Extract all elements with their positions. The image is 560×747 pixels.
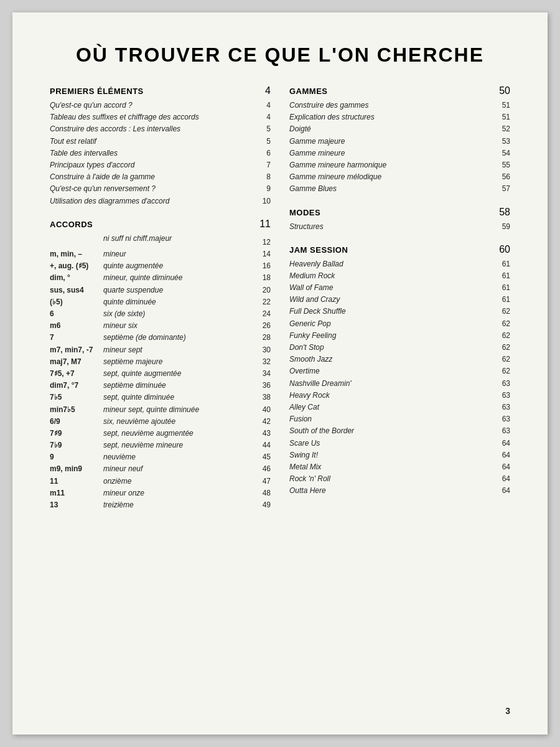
list-item: Heavenly Ballad61 bbox=[289, 258, 510, 270]
list-item: Table des intervalles6 bbox=[50, 148, 271, 159]
list-item: 9 neuvième 45 bbox=[50, 451, 271, 463]
list-item: Gamme Blues57 bbox=[289, 183, 510, 195]
list-item: (♭5) quinte diminuée 22 bbox=[50, 296, 271, 308]
jam-session-page: 60 bbox=[499, 244, 510, 255]
list-item: Alley Cat63 bbox=[289, 402, 510, 413]
list-item: Qu'est-ce qu'un accord ?4 bbox=[50, 100, 271, 111]
list-item: 6/9 six, neuvième ajoutée 42 bbox=[50, 416, 271, 428]
list-item: Smooth Jazz62 bbox=[289, 354, 510, 365]
page-title: Où trouver ce que l'on cherche bbox=[50, 44, 510, 67]
list-item: +, aug. (♯5) quinte augmentée 16 bbox=[50, 260, 271, 272]
list-item: 6 six (de sixte) 24 bbox=[50, 308, 271, 320]
list-item: Tableau des suffixes et chiffrage des ac… bbox=[50, 111, 271, 123]
page-number-footer: 3 bbox=[505, 706, 510, 716]
list-item: Overtime62 bbox=[289, 365, 510, 377]
gammes-page: 50 bbox=[499, 85, 510, 96]
list-item: Doigté52 bbox=[289, 123, 510, 135]
modes-header: MODES 58 bbox=[289, 207, 510, 220]
accords-header: ACCORDS 11 bbox=[50, 218, 271, 232]
list-item: maj7, M7 septième majeure 32 bbox=[50, 356, 271, 368]
list-item: min7♭5 mineur sept, quinte diminuée 40 bbox=[50, 404, 271, 416]
list-item: Construire des accords : Les intervalles… bbox=[50, 123, 271, 135]
list-item: m11 mineur onze 48 bbox=[50, 487, 271, 499]
premiers-elements-title: PREMIERS ÉLÉMENTS bbox=[50, 87, 144, 96]
gammes-header: GAMMES 50 bbox=[289, 85, 510, 98]
list-item: Construire à l'aide de la gamme8 bbox=[50, 171, 271, 183]
list-item: Funky Feeling62 bbox=[289, 330, 510, 342]
list-item: dim, ° mineur, quinte diminuée 18 bbox=[50, 272, 271, 284]
list-item: Rock 'n' Roll64 bbox=[289, 473, 510, 485]
list-item: Gamme mineure harmonique55 bbox=[289, 159, 510, 171]
accords-items: ni suff ni chiff.majeur 12 m, min, – min… bbox=[50, 233, 271, 512]
page: Où trouver ce que l'on cherche PREMIERS … bbox=[12, 12, 548, 735]
list-item: 7 septième (de dominante) 28 bbox=[50, 332, 271, 344]
list-item: sus, sus4 quarte suspendue 20 bbox=[50, 284, 271, 296]
premiers-elements-header: PREMIERS ÉLÉMENTS 4 bbox=[50, 85, 271, 98]
list-item: Gamme mineure54 bbox=[289, 148, 510, 159]
list-item: Medium Rock61 bbox=[289, 270, 510, 282]
list-item: South of the Border63 bbox=[289, 425, 510, 437]
list-item: Tout est relatif5 bbox=[50, 136, 271, 148]
list-item: 13 treizième 49 bbox=[50, 499, 271, 511]
list-item: Gamme mineure mélodique56 bbox=[289, 171, 510, 183]
gammes-items: Construire des gammes51 Explication des … bbox=[289, 100, 510, 195]
list-item: Explication des structures51 bbox=[289, 111, 510, 123]
list-item: Wild and Crazy61 bbox=[289, 294, 510, 306]
list-item: ni suff ni chiff.majeur 12 bbox=[50, 233, 271, 248]
list-item: Utilisation des diagrammes d'accord10 bbox=[50, 195, 271, 207]
list-item: Fusion63 bbox=[289, 413, 510, 425]
list-item: 11 onzième 47 bbox=[50, 476, 271, 487]
list-item: m7, min7, -7 mineur sept 30 bbox=[50, 344, 271, 356]
premiers-elements-page: 4 bbox=[265, 85, 271, 96]
list-item: Structures59 bbox=[289, 221, 510, 233]
list-item: Nashville Dreamin'63 bbox=[289, 378, 510, 390]
list-item: Scare Us64 bbox=[289, 438, 510, 449]
jam-session-items: Heavenly Ballad61 Medium Rock61 Wall of … bbox=[289, 258, 510, 497]
list-item: Metal Mix64 bbox=[289, 461, 510, 473]
jam-session-header: JAM SESSION 60 bbox=[289, 244, 510, 257]
list-item: 7♯5, +7 sept, quinte augmentée 34 bbox=[50, 368, 271, 380]
list-item: m6 mineur six 26 bbox=[50, 320, 271, 332]
list-item: m, min, – mineur 14 bbox=[50, 248, 271, 260]
list-item: 7♭5 sept, quinte diminuée 38 bbox=[50, 392, 271, 403]
list-item: dim7, °7 septième diminuée 36 bbox=[50, 380, 271, 392]
list-item: Gamme majeure53 bbox=[289, 136, 510, 148]
list-item: Generic Pop62 bbox=[289, 318, 510, 330]
accords-title: ACCORDS bbox=[50, 220, 93, 229]
list-item: 7♯9 sept, neuvième augmentée 43 bbox=[50, 428, 271, 439]
list-item: Swing It!64 bbox=[289, 449, 510, 461]
modes-page: 58 bbox=[499, 207, 510, 218]
list-item: 7♭9 sept, neuvième mineure 44 bbox=[50, 439, 271, 451]
jam-session-title: JAM SESSION bbox=[289, 245, 348, 255]
list-item: Full Deck Shuffle62 bbox=[289, 306, 510, 317]
premiers-elements-items: Qu'est-ce qu'un accord ?4 Tableau des su… bbox=[50, 100, 271, 207]
gammes-title: GAMMES bbox=[289, 87, 328, 96]
list-item: Construire des gammes51 bbox=[289, 100, 510, 111]
list-item: Heavy Rock63 bbox=[289, 390, 510, 402]
list-item: Outta Here64 bbox=[289, 485, 510, 497]
list-item: Don't Stop62 bbox=[289, 342, 510, 354]
modes-items: Structures59 bbox=[289, 221, 510, 233]
accords-page: 11 bbox=[259, 218, 271, 230]
list-item: Principaux types d'accord7 bbox=[50, 159, 271, 171]
modes-title: MODES bbox=[289, 208, 320, 217]
list-item: Wall of Fame61 bbox=[289, 282, 510, 294]
content: PREMIERS ÉLÉMENTS 4 Qu'est-ce qu'un acco… bbox=[50, 85, 510, 511]
list-item: m9, min9 mineur neuf 46 bbox=[50, 463, 271, 475]
left-column: PREMIERS ÉLÉMENTS 4 Qu'est-ce qu'un acco… bbox=[50, 85, 271, 511]
right-column: GAMMES 50 Construire des gammes51 Explic… bbox=[289, 85, 510, 511]
list-item: Qu'est-ce qu'un renversement ?9 bbox=[50, 183, 271, 195]
